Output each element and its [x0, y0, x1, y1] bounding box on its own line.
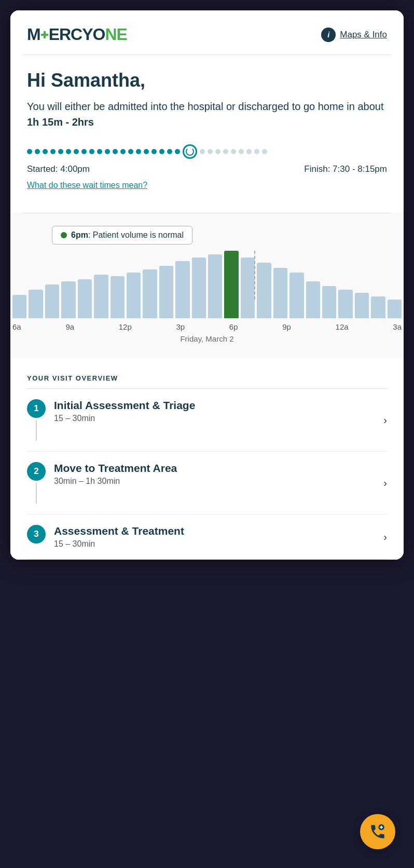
maps-info-label: Maps & Info: [340, 30, 387, 40]
step-content: Initial Assessment & Triage 15 – 30min: [54, 399, 375, 423]
progress-dot: [128, 149, 133, 154]
step-title: Initial Assessment & Triage: [54, 399, 375, 412]
progress-dots: [27, 144, 387, 159]
step-circle: 2: [27, 462, 46, 481]
chart-bar: [224, 251, 238, 318]
call-support-fab[interactable]: [360, 814, 395, 849]
chart-bar: [12, 295, 26, 319]
progress-dot: [254, 149, 259, 154]
chart-label: 12a: [336, 322, 349, 331]
chart-bar: [388, 300, 402, 318]
maps-info-button[interactable]: i Maps & Info: [321, 28, 387, 42]
step-item[interactable]: 1 Initial Assessment & Triage 15 – 30min…: [27, 389, 387, 452]
overview-title: YOUR VISIT OVERVIEW: [27, 374, 387, 382]
chart-bar: [338, 290, 352, 318]
chart-label: 12p: [119, 322, 132, 331]
progress-dot: [200, 149, 205, 154]
chevron-right-icon: ›: [383, 414, 387, 426]
chart-bar: [143, 269, 157, 318]
chart-labels: 6a9a12p3p6p9p12a3a: [10, 318, 404, 331]
progress-dot: [27, 149, 32, 154]
step-title: Move to Treatment Area: [54, 462, 375, 474]
step-item[interactable]: 2 Move to Treatment Area 30min – 1h 30mi…: [27, 452, 387, 514]
overview-section: YOUR VISIT OVERVIEW 1 Initial Assessment…: [10, 358, 404, 560]
chart-bar: [29, 290, 43, 318]
step-circle: 1: [27, 399, 46, 418]
step-item[interactable]: 3 Assessment & Treatment 15 – 30min ›: [27, 514, 387, 560]
greeting-text: Hi Samantha,: [27, 70, 387, 91]
logo-cross-icon: [41, 31, 48, 38]
logo-letter-m: M: [27, 25, 40, 44]
progress-dot: [81, 149, 87, 154]
progress-dot: [167, 149, 172, 154]
step-circle: 3: [27, 525, 46, 544]
chart-bar: [159, 266, 173, 318]
chart-bar: [355, 293, 369, 318]
chevron-right-icon: ›: [383, 477, 387, 489]
chart-section: 6pm : Patient volume is normal 6a9a12p3p…: [10, 213, 404, 358]
progress-dot: [175, 149, 180, 154]
progress-dot: [231, 149, 236, 154]
chart-bar: [257, 263, 271, 318]
phone-icon: [369, 823, 387, 840]
chart-date: Friday, March 2: [10, 334, 404, 343]
progress-dot: [35, 149, 40, 154]
chart-bar: [322, 286, 336, 318]
chart-bar: [61, 281, 75, 319]
start-time: Started: 4:00pm: [27, 164, 90, 174]
chart-label: 6p: [229, 322, 238, 331]
progress-dot: [208, 149, 213, 154]
progress-dot: [144, 149, 149, 154]
progress-dot: [58, 149, 63, 154]
phone-frame: M ERCYO NE i Maps & Info Hi Samantha, Yo…: [10, 10, 404, 560]
chart-wrapper: [10, 251, 404, 318]
chart-tooltip: 6pm : Patient volume is normal: [52, 226, 192, 245]
wait-times-link[interactable]: What do these wait times mean?: [27, 181, 147, 189]
progress-dot: [120, 149, 126, 154]
chart-label: 9p: [282, 322, 291, 331]
logo: M ERCYO NE: [27, 25, 127, 44]
progress-dot: [113, 149, 118, 154]
chart-bar: [45, 284, 59, 318]
info-icon: i: [321, 28, 336, 42]
chart-bar: [208, 254, 222, 319]
chart-dashed-line: [254, 251, 255, 300]
chart-bar: [111, 276, 125, 318]
finish-time: Finish: 7:30 - 8:15pm: [304, 164, 387, 174]
progress-dot: [215, 149, 220, 154]
progress-dot: [66, 149, 71, 154]
progress-dot: [246, 149, 252, 154]
chart-label: 3p: [176, 322, 185, 331]
progress-dot: [97, 149, 102, 154]
logo-text-ne: NE: [105, 25, 127, 44]
subtitle-text: You will either be admitted into the hos…: [27, 99, 387, 130]
progress-dot: [151, 149, 157, 154]
step-left: 1: [27, 399, 46, 441]
step-content: Move to Treatment Area 30min – 1h 30min: [54, 462, 375, 486]
step-time: 15 – 30min: [54, 414, 375, 423]
step-time: 30min – 1h 30min: [54, 477, 375, 486]
progress-times: Started: 4:00pm Finish: 7:30 - 8:15pm: [27, 164, 387, 174]
chart-bar: [306, 281, 320, 319]
progress-dot: [159, 149, 164, 154]
progress-dot: [43, 149, 48, 154]
tooltip-time: 6pm: [71, 230, 88, 240]
chart-label: 9a: [65, 322, 74, 331]
step-line: [36, 420, 37, 441]
step-line: [36, 483, 37, 504]
chevron-right-icon: ›: [383, 531, 387, 543]
chart-bar: [289, 273, 303, 318]
step-time: 15 – 30min: [54, 539, 375, 549]
chart-label: 6a: [12, 322, 21, 331]
header: M ERCYO NE i Maps & Info: [10, 10, 404, 55]
chart-label: 3a: [393, 322, 402, 331]
progress-dot: [223, 149, 228, 154]
step-left: 2: [27, 462, 46, 504]
progress-dot-current: [183, 144, 197, 159]
chart-bar: [175, 261, 189, 319]
progress-dot: [136, 149, 141, 154]
progress-dot: [50, 149, 56, 154]
step-title: Assessment & Treatment: [54, 525, 375, 537]
main-content: Hi Samantha, You will either be admitted…: [10, 55, 404, 213]
progress-section: Started: 4:00pm Finish: 7:30 - 8:15pm Wh…: [27, 144, 387, 190]
